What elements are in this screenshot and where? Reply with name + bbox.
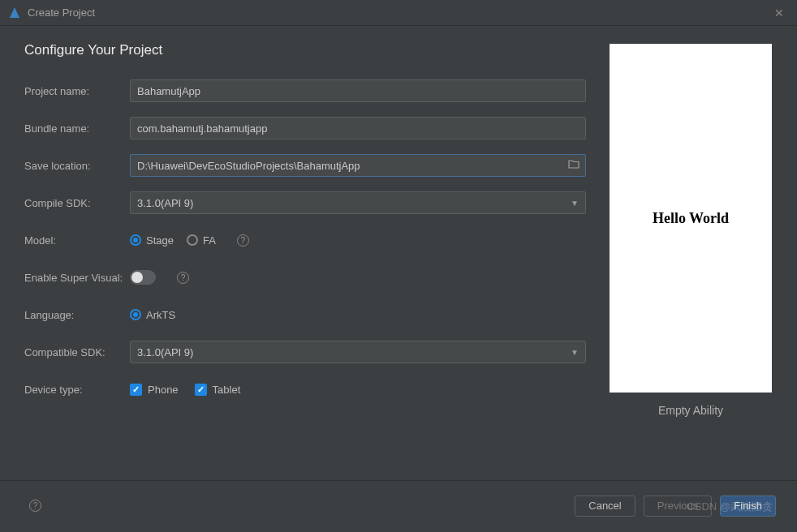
chevron-down-icon: ▼ xyxy=(571,199,579,208)
radio-fa-label: FA xyxy=(203,234,216,247)
label-device-type: Device type: xyxy=(24,384,130,396)
radio-arkts[interactable]: ArkTS xyxy=(130,309,175,321)
page-heading: Configure Your Project xyxy=(24,42,586,58)
label-model: Model: xyxy=(24,234,130,247)
radio-on-icon xyxy=(130,309,141,320)
row-super-visual: Enable Super Visual: ? xyxy=(24,266,586,289)
label-compatible-sdk: Compatible SDK: xyxy=(24,346,130,358)
row-save-location: Save location: xyxy=(24,154,586,177)
chevron-down-icon: ▼ xyxy=(571,348,579,357)
label-compile-sdk: Compile SDK: xyxy=(24,197,130,209)
radio-fa[interactable]: FA xyxy=(187,234,216,247)
row-language: Language: ArkTS xyxy=(24,303,586,326)
finish-button[interactable]: Finish xyxy=(720,496,776,517)
preview-panel: Hello World Empty Ability xyxy=(605,42,776,472)
previous-button[interactable]: Previous xyxy=(644,496,713,517)
radio-arkts-label: ArkTS xyxy=(146,309,175,321)
check-phone[interactable]: ✓ Phone xyxy=(130,384,179,396)
radio-off-icon xyxy=(187,234,198,246)
save-location-input[interactable] xyxy=(130,154,586,177)
check-tablet-label: Tablet xyxy=(213,384,241,396)
compile-sdk-select[interactable]: 3.1.0(API 9) ▼ xyxy=(130,191,586,214)
row-project-name: Project name: xyxy=(24,79,586,102)
radio-stage[interactable]: Stage xyxy=(130,234,174,247)
compatible-sdk-select[interactable]: 3.1.0(API 9) ▼ xyxy=(130,341,586,363)
content-area: Configure Your Project Project name: Bun… xyxy=(0,26,797,480)
label-save-location: Save location: xyxy=(24,160,130,172)
row-compile-sdk: Compile SDK: 3.1.0(API 9) ▼ xyxy=(24,191,586,214)
compatible-sdk-value: 3.1.0(API 9) xyxy=(137,346,193,358)
footer-bar: ? Cancel Previous Finish xyxy=(0,480,797,530)
row-device-type: Device type: ✓ Phone ✓ Tablet xyxy=(24,378,586,401)
form-panel: Configure Your Project Project name: Bun… xyxy=(24,42,605,472)
row-bundle-name: Bundle name: xyxy=(24,117,586,139)
row-compatible-sdk: Compatible SDK: 3.1.0(API 9) ▼ xyxy=(24,341,586,363)
label-bundle-name: Bundle name: xyxy=(24,122,130,135)
check-phone-label: Phone xyxy=(148,384,179,396)
project-name-input[interactable] xyxy=(130,79,586,102)
help-icon[interactable]: ? xyxy=(177,272,189,284)
preview-caption: Empty Ability xyxy=(658,404,723,417)
label-language: Language: xyxy=(24,309,130,321)
footer-help-icon[interactable]: ? xyxy=(29,500,41,512)
app-icon xyxy=(8,6,21,19)
row-model: Model: Stage FA ? xyxy=(24,229,586,251)
close-icon[interactable]: ✕ xyxy=(769,6,789,19)
check-tablet[interactable]: ✓ Tablet xyxy=(195,384,241,396)
bundle-name-input[interactable] xyxy=(130,117,586,139)
preview-text: Hello World xyxy=(653,210,729,227)
label-project-name: Project name: xyxy=(24,85,130,97)
checkbox-on-icon: ✓ xyxy=(130,384,142,396)
cancel-button[interactable]: Cancel xyxy=(575,496,635,517)
label-super-visual: Enable Super Visual: xyxy=(24,272,130,284)
radio-on-icon xyxy=(130,234,141,246)
browse-folder-icon[interactable] xyxy=(568,159,579,171)
compile-sdk-value: 3.1.0(API 9) xyxy=(137,197,193,209)
radio-stage-label: Stage xyxy=(146,234,174,247)
window-title: Create Project xyxy=(28,6,769,19)
checkbox-on-icon: ✓ xyxy=(195,384,207,396)
super-visual-toggle[interactable] xyxy=(130,270,156,285)
help-icon[interactable]: ? xyxy=(237,234,249,247)
preview-frame: Hello World xyxy=(610,44,772,393)
title-bar: Create Project ✕ xyxy=(0,0,797,26)
